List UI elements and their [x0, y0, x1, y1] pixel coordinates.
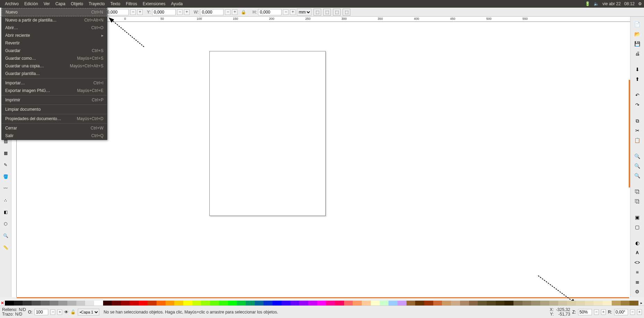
- color-swatch[interactable]: [558, 301, 567, 306]
- file-menu-nuevo[interactable]: NuevoCtrl+N: [2, 8, 107, 16]
- units-select[interactable]: mm: [297, 9, 311, 16]
- color-swatch[interactable]: [576, 301, 585, 306]
- group-icon[interactable]: ▣: [633, 214, 642, 221]
- color-swatch[interactable]: [94, 301, 103, 306]
- rotation-input[interactable]: [614, 309, 628, 315]
- menu-filtros[interactable]: Filtros: [123, 0, 140, 7]
- mesh-tool[interactable]: ▦: [1, 149, 10, 158]
- color-swatch[interactable]: [148, 301, 157, 306]
- no-color-swatch[interactable]: ✕: [0, 301, 5, 306]
- color-swatch[interactable]: [549, 301, 558, 306]
- color-swatch[interactable]: [442, 301, 451, 306]
- measure-tool[interactable]: 📏: [1, 243, 10, 252]
- file-menu-revertir[interactable]: Revertir: [2, 39, 107, 47]
- color-swatch[interactable]: [103, 301, 112, 306]
- color-swatch[interactable]: [130, 301, 139, 306]
- color-swatch[interactable]: [166, 301, 175, 306]
- transform-button-3[interactable]: ⬚: [333, 9, 341, 16]
- file-menu-abrir-reciente[interactable]: Abrir reciente▸: [2, 32, 107, 39]
- color-swatch[interactable]: [291, 301, 300, 306]
- xml-editor-icon[interactable]: <>: [633, 259, 642, 266]
- menu-extensiones[interactable]: Extensiones: [140, 0, 168, 7]
- tweak-tool[interactable]: 〰: [1, 184, 10, 193]
- color-swatch[interactable]: [85, 301, 94, 306]
- fill-stroke-icon[interactable]: ◐: [633, 240, 642, 246]
- undo-icon[interactable]: ↶: [633, 92, 642, 99]
- scrollbar-horizontal[interactable]: [17, 297, 629, 298]
- color-swatch[interactable]: [335, 301, 344, 306]
- file-menu-propiedades-del-documento-[interactable]: Propiedades del documento…Mayús+Ctrl+D: [2, 115, 107, 123]
- canvas[interactable]: [17, 22, 630, 297]
- color-swatch[interactable]: [460, 301, 469, 306]
- opacity-increment[interactable]: +: [57, 309, 62, 315]
- color-swatch[interactable]: [192, 301, 201, 306]
- prefs-icon[interactable]: ⚙: [633, 288, 642, 295]
- transform-button-1[interactable]: ⬚: [313, 9, 321, 16]
- color-swatch[interactable]: [451, 301, 460, 306]
- file-menu-guardar[interactable]: GuardarCtrl+S: [2, 47, 107, 55]
- export-icon[interactable]: ⬆: [633, 76, 642, 83]
- color-swatch[interactable]: [183, 301, 192, 306]
- copy-icon[interactable]: ⧉: [633, 117, 642, 124]
- menu-ver[interactable]: Ver: [41, 0, 52, 7]
- file-menu-cerrar[interactable]: CerrarCtrl+W: [2, 124, 107, 132]
- settings-gear-icon[interactable]: ⚙: [638, 1, 642, 6]
- color-swatch[interactable]: [237, 301, 246, 306]
- color-swatch[interactable]: [371, 301, 380, 306]
- zoom-increment[interactable]: +: [601, 309, 606, 315]
- file-menu-guardar-plantilla-[interactable]: Guardar plantilla…: [2, 70, 107, 77]
- redo-icon[interactable]: ↷: [633, 101, 642, 108]
- file-menu-exportar-imagen-png-[interactable]: Exportar imagen PNG…Mayús+Ctrl+E: [2, 87, 107, 94]
- color-swatch[interactable]: [594, 301, 603, 306]
- new-doc-icon[interactable]: 📄: [633, 21, 642, 28]
- cut-icon[interactable]: ✂: [633, 127, 642, 134]
- file-menu-imprimir[interactable]: ImprimirCtrl+P: [2, 96, 107, 104]
- zoom-drawing-icon[interactable]: 🔍: [633, 162, 642, 169]
- h-input[interactable]: [258, 9, 282, 15]
- file-menu-limpiar-documento[interactable]: Limpiar documento: [2, 106, 107, 113]
- color-swatch[interactable]: [317, 301, 326, 306]
- color-swatch[interactable]: [264, 301, 273, 306]
- color-swatch[interactable]: [23, 301, 32, 306]
- color-swatch[interactable]: [496, 301, 505, 306]
- ungroup-icon[interactable]: ▢: [633, 224, 642, 231]
- w-decrement[interactable]: −: [225, 9, 231, 15]
- file-menu-abrir-[interactable]: Abrir…Ctrl+O: [2, 24, 107, 32]
- color-swatch[interactable]: [41, 301, 50, 306]
- color-swatch[interactable]: [487, 301, 496, 306]
- zoom-page-icon[interactable]: 🔍: [633, 172, 642, 179]
- color-swatch[interactable]: [308, 301, 317, 306]
- h-decrement[interactable]: −: [283, 9, 288, 15]
- color-swatch[interactable]: [58, 301, 67, 306]
- import-icon[interactable]: ⬇: [633, 66, 642, 73]
- file-menu-nuevo-a-partir-de-plantilla-[interactable]: Nuevo a partir de plantilla…Ctrl+Alt+N: [2, 16, 107, 24]
- color-swatch[interactable]: [531, 301, 540, 306]
- color-swatch[interactable]: [219, 301, 228, 306]
- color-swatch[interactable]: [478, 301, 487, 306]
- palette-scroll-right[interactable]: ▸: [638, 301, 644, 306]
- color-swatch[interactable]: [121, 301, 130, 306]
- color-swatch[interactable]: [326, 301, 335, 306]
- transform-button-4[interactable]: ⬚: [343, 9, 350, 16]
- menu-edicion[interactable]: Edición: [22, 0, 41, 7]
- x-decrement[interactable]: −: [130, 9, 136, 15]
- color-swatch[interactable]: [112, 301, 121, 306]
- color-swatch[interactable]: [362, 301, 371, 306]
- color-swatch[interactable]: [407, 301, 416, 306]
- opacity-decrement[interactable]: −: [50, 309, 55, 315]
- w-input[interactable]: [200, 9, 224, 15]
- text-props-icon[interactable]: A: [633, 249, 642, 256]
- dropper-tool[interactable]: ✎: [1, 160, 10, 169]
- x-input[interactable]: [105, 9, 129, 15]
- menu-objeto[interactable]: Objeto: [68, 0, 86, 7]
- layer-select[interactable]: •Capa 1: [78, 309, 99, 316]
- spray-tool[interactable]: ∴: [1, 196, 10, 205]
- color-swatch[interactable]: [32, 301, 41, 306]
- color-swatch[interactable]: [273, 301, 282, 306]
- paint-bucket-tool[interactable]: 🪣: [1, 172, 10, 181]
- color-swatch[interactable]: [201, 301, 210, 306]
- opacity-input[interactable]: [34, 309, 48, 315]
- color-swatch[interactable]: [139, 301, 148, 306]
- color-swatch[interactable]: [299, 301, 308, 306]
- h-increment[interactable]: +: [290, 9, 295, 15]
